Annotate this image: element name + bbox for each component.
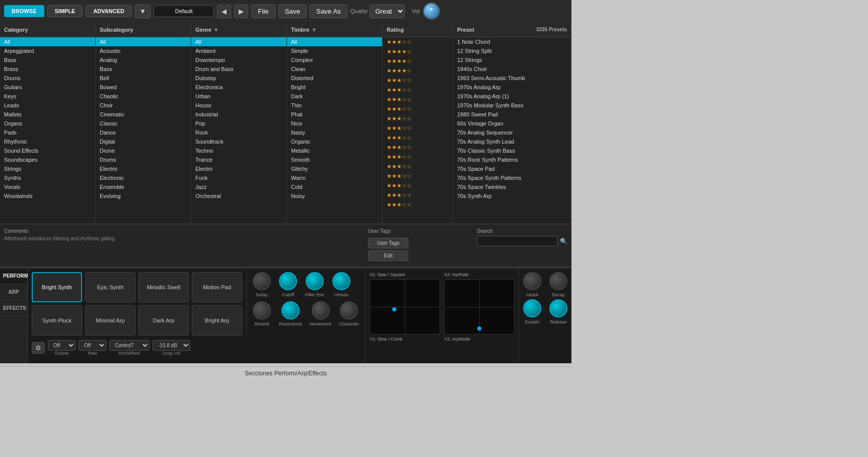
- category-item[interactable]: Pads: [0, 128, 95, 137]
- category-item[interactable]: Soundscapes: [0, 155, 95, 164]
- next-preset-btn[interactable]: ▶: [234, 5, 248, 18]
- save-as-btn[interactable]: Save As: [310, 5, 347, 18]
- subcategory-item[interactable]: Bowed: [96, 83, 191, 92]
- subcategory-item[interactable]: Electronic: [96, 173, 191, 182]
- edit-tags-btn[interactable]: Edit: [368, 250, 408, 261]
- delay-knob[interactable]: [253, 272, 271, 290]
- filter-env-knob[interactable]: [306, 272, 324, 290]
- genre-item[interactable]: Drum and Bass: [191, 64, 286, 74]
- character-knob[interactable]: [340, 301, 358, 319]
- subcategory-item[interactable]: Drums: [96, 155, 191, 164]
- pad-bright-arp[interactable]: Bright Arp: [192, 305, 242, 336]
- genre-item[interactable]: Electronica: [191, 83, 286, 92]
- search-icon-btn[interactable]: 🔍: [560, 238, 567, 245]
- pad-dark-arp[interactable]: Dark Arp: [138, 305, 189, 336]
- genre-item[interactable]: Trance: [191, 155, 286, 164]
- category-item[interactable]: Sound Effects: [0, 146, 95, 155]
- genre-item[interactable]: Dubstep: [191, 74, 286, 83]
- category-item[interactable]: Mallets: [0, 110, 95, 119]
- preset-item[interactable]: 70s Rock Synth Patterns: [453, 155, 571, 164]
- timbre-item[interactable]: Dark: [287, 92, 382, 101]
- xy-pad-1[interactable]: [370, 279, 440, 335]
- genre-item[interactable]: Orchestral: [191, 191, 286, 201]
- vol-knob[interactable]: [423, 3, 440, 20]
- genre-item[interactable]: Industrial: [191, 110, 286, 119]
- preset-item[interactable]: 1970s Analog Arp: [453, 83, 571, 92]
- browse-tab[interactable]: BROWSE: [4, 5, 44, 17]
- subcategory-item[interactable]: Chaotic: [96, 92, 191, 101]
- pad-motion-pad[interactable]: Motion Pad: [192, 272, 242, 302]
- subcategory-item[interactable]: Classic: [96, 119, 191, 128]
- cutoff-knob[interactable]: [279, 272, 297, 290]
- timbre-item[interactable]: Noisy: [287, 191, 382, 201]
- genre-item[interactable]: House: [191, 101, 286, 110]
- movement-knob[interactable]: [312, 301, 330, 319]
- genre-item[interactable]: Urban: [191, 92, 286, 101]
- preset-item[interactable]: 70s Space Pad: [453, 164, 571, 173]
- preset-item[interactable]: 70s Space Synth Patterns: [453, 173, 571, 182]
- category-item[interactable]: Drums: [0, 74, 95, 83]
- timbre-item[interactable]: Cold: [287, 182, 382, 191]
- subcategory-item[interactable]: Ensemble: [96, 182, 191, 191]
- subcategory-item[interactable]: Acoustic: [96, 46, 191, 55]
- category-item[interactable]: All: [0, 37, 95, 46]
- timbre-item[interactable]: Simple: [287, 46, 382, 55]
- timbre-item[interactable]: Thin: [287, 101, 382, 110]
- preset-item[interactable]: 1970s Analog Arp (1): [453, 92, 571, 101]
- category-item[interactable]: Arpeggiated: [0, 46, 95, 55]
- subcategory-item[interactable]: Cinematic: [96, 110, 191, 119]
- quality-select[interactable]: Great Good Better: [370, 5, 405, 18]
- timbre-item[interactable]: Glitchy: [287, 164, 382, 173]
- subcategory-item[interactable]: Dance: [96, 128, 191, 137]
- category-item[interactable]: Woodwinds: [0, 191, 95, 201]
- timbre-dropdown-icon[interactable]: ▼: [311, 27, 317, 33]
- save-btn[interactable]: Save: [278, 5, 307, 18]
- category-item[interactable]: Guitars: [0, 83, 95, 92]
- timbre-item[interactable]: Warm: [287, 173, 382, 182]
- file-btn[interactable]: File: [251, 5, 275, 18]
- preset-item[interactable]: 1970s Modular Synth Bass: [453, 101, 571, 110]
- category-item[interactable]: Strings: [0, 164, 95, 173]
- arp-tab[interactable]: ARP: [0, 284, 27, 300]
- perform-tab[interactable]: PERFORM: [0, 268, 27, 284]
- timbre-item[interactable]: Phat: [287, 110, 382, 119]
- subcategory-item[interactable]: Bass: [96, 64, 191, 74]
- genre-item[interactable]: Funk: [191, 173, 286, 182]
- subcategory-item[interactable]: Drone: [96, 146, 191, 155]
- category-item[interactable]: Vocals: [0, 182, 95, 191]
- genre-item[interactable]: Electro: [191, 164, 286, 173]
- category-item[interactable]: Organs: [0, 119, 95, 128]
- preset-item[interactable]: 70s Synth Arp: [453, 191, 571, 201]
- category-item[interactable]: Synths: [0, 173, 95, 182]
- preset-item[interactable]: 1980 Sweet Pad: [453, 110, 571, 119]
- category-item[interactable]: Rhythmic: [0, 137, 95, 146]
- genre-dropdown-icon[interactable]: ▼: [213, 27, 219, 33]
- snap-vol-select[interactable]: -15.8 dB 0 dB: [153, 340, 190, 351]
- timbre-item[interactable]: Nice: [287, 119, 382, 128]
- timbre-item[interactable]: Metallic: [287, 146, 382, 155]
- pad-metallic-swell[interactable]: Metallic Swell: [138, 272, 189, 302]
- genre-item[interactable]: Techno: [191, 146, 286, 155]
- pad-bright-synth[interactable]: Bright Synth: [32, 272, 82, 302]
- preset-item[interactable]: 1963 Semi-Acoustic Thumb: [453, 74, 571, 83]
- category-item[interactable]: Leads: [0, 101, 95, 110]
- decay-knob[interactable]: [549, 272, 567, 290]
- subcategory-item[interactable]: All: [96, 37, 191, 46]
- genre-item[interactable]: Soundtrack: [191, 137, 286, 146]
- subcategory-item[interactable]: Analog: [96, 55, 191, 64]
- genre-item[interactable]: Jazz: [191, 182, 286, 191]
- preset-item[interactable]: 70s Analog Sequencer: [453, 128, 571, 137]
- category-item[interactable]: Bass: [0, 55, 95, 64]
- preset-dropdown-arrow[interactable]: ▼: [135, 5, 151, 18]
- timbre-item[interactable]: All: [287, 37, 382, 46]
- preset-item[interactable]: 12 String Split: [453, 46, 571, 55]
- timbre-item[interactable]: Complex: [287, 55, 382, 64]
- subcategory-item[interactable]: Digital: [96, 137, 191, 146]
- preset-item[interactable]: 1940s Choir: [453, 64, 571, 74]
- genre-item[interactable]: All: [191, 37, 286, 46]
- attack-knob[interactable]: [523, 272, 541, 290]
- advanced-tab[interactable]: ADVANCED: [86, 5, 132, 17]
- timbre-item[interactable]: Bright: [287, 83, 382, 92]
- timbre-item[interactable]: Distorted: [287, 74, 382, 83]
- preset-item[interactable]: 12 Strings: [453, 55, 571, 64]
